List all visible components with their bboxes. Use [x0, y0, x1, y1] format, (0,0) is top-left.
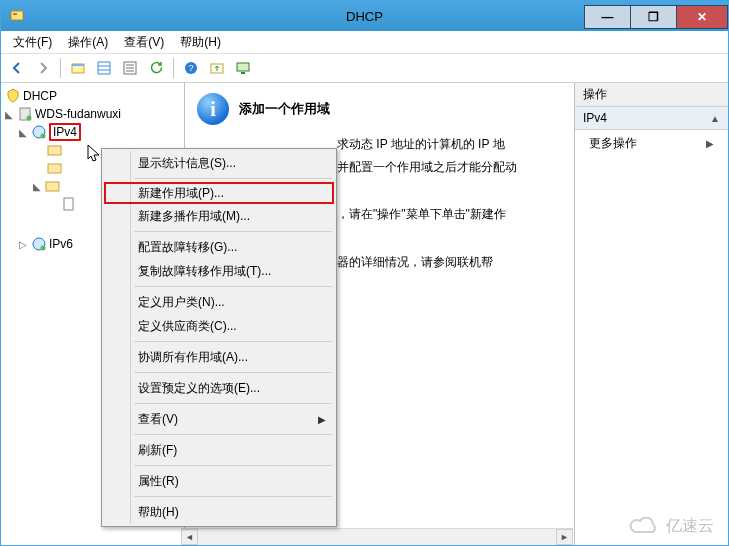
context-menu-item-refresh[interactable]: 刷新(F) — [104, 438, 334, 462]
minimize-button[interactable]: — — [584, 5, 631, 29]
dhcp-icon — [5, 88, 21, 104]
action-pane: 操作 IPv4 ▲ 更多操作 ▶ — [575, 83, 728, 546]
context-menu-item-label: 定义供应商类(C)... — [138, 318, 237, 335]
tree-root-label: DHCP — [23, 89, 57, 103]
svg-text:?: ? — [188, 63, 193, 73]
toolbar-separator — [173, 58, 174, 78]
svg-point-20 — [41, 246, 46, 251]
svg-rect-1 — [13, 13, 17, 15]
context-menu-item-label: 协调所有作用域(A)... — [138, 349, 248, 366]
folder-icon — [47, 160, 63, 176]
back-button[interactable] — [5, 56, 29, 80]
content-line: ，请在"操作"菜单下单击"新建作 — [337, 205, 562, 224]
svg-rect-9 — [237, 63, 249, 71]
context-menu-separator — [134, 465, 332, 466]
context-menu-item-new_mcast[interactable]: 新建多播作用域(M)... — [104, 204, 334, 228]
menu-action[interactable]: 操作(A) — [60, 32, 116, 53]
toolbar: ? — [1, 54, 728, 83]
ipv6-icon — [31, 236, 47, 252]
context-menu-item-rep_fail[interactable]: 复制故障转移作用域(T)... — [104, 259, 334, 283]
menu-help[interactable]: 帮助(H) — [172, 32, 229, 53]
content-title: 添加一个作用域 — [239, 100, 330, 118]
menu-file[interactable]: 文件(F) — [5, 32, 60, 53]
context-menu-item-label: 刷新(F) — [138, 442, 177, 459]
expand-icon[interactable]: ▷ — [17, 239, 29, 250]
context-menu-item-cfg_fail[interactable]: 配置故障转移(G)... — [104, 235, 334, 259]
content-line: 并配置一个作用域之后才能分配动 — [337, 158, 562, 177]
action-section-ipv4[interactable]: IPv4 ▲ — [575, 107, 728, 130]
watermark: 亿速云 — [628, 516, 714, 537]
export-button[interactable] — [205, 56, 229, 80]
tree-server[interactable]: ◣ WDS-fudanwuxi — [3, 105, 182, 123]
svg-rect-3 — [72, 64, 84, 66]
svg-rect-15 — [48, 146, 61, 155]
context-menu-item-reconcile[interactable]: 协调所有作用域(A)... — [104, 345, 334, 369]
action-more-label: 更多操作 — [589, 135, 637, 152]
horizontal-scrollbar[interactable]: ◄ ► — [181, 528, 573, 545]
context-menu-item-props[interactable]: 属性(R) — [104, 469, 334, 493]
refresh-button[interactable] — [144, 56, 168, 80]
cloud-icon — [628, 517, 662, 537]
svg-rect-4 — [98, 62, 110, 74]
scroll-track[interactable] — [198, 529, 556, 545]
context-menu-item-label: 配置故障转移(G)... — [138, 239, 237, 256]
tree-ipv4[interactable]: ◣ IPv4 — [3, 123, 182, 141]
context-menu-item-label: 新建作用域(P)... — [138, 185, 224, 202]
tree-server-label: WDS-fudanwuxi — [35, 107, 121, 121]
context-menu-item-label: 设置预定义的选项(E)... — [138, 380, 260, 397]
context-menu-separator — [134, 341, 332, 342]
details-button[interactable] — [118, 56, 142, 80]
toolbar-separator — [60, 58, 61, 78]
context-menu-item-stats[interactable]: 显示统计信息(S)... — [104, 151, 334, 175]
context-menu-item-view[interactable]: 查看(V)▶ — [104, 407, 334, 431]
collapse-icon[interactable]: ◣ — [31, 181, 43, 192]
context-menu-item-user_class[interactable]: 定义用户类(N)... — [104, 290, 334, 314]
context-menu-separator — [134, 403, 332, 404]
forward-button[interactable] — [31, 56, 55, 80]
window-controls: — ❐ ✕ — [585, 5, 728, 27]
tree-ipv4-label: IPv4 — [49, 123, 81, 141]
close-button[interactable]: ✕ — [676, 5, 728, 29]
action-more[interactable]: 更多操作 ▶ — [575, 130, 728, 157]
svg-rect-10 — [241, 72, 245, 74]
action-pane-header: 操作 — [575, 83, 728, 107]
collapse-icon[interactable]: ◣ — [3, 109, 15, 120]
context-menu-item-new_scope[interactable]: 新建作用域(P)... — [104, 182, 334, 204]
context-menu-item-vendor_class[interactable]: 定义供应商类(C)... — [104, 314, 334, 338]
scroll-right-button[interactable]: ► — [556, 529, 573, 545]
maximize-button[interactable]: ❐ — [630, 5, 677, 29]
context-menu-item-help[interactable]: 帮助(H) — [104, 500, 334, 524]
context-menu-separator — [134, 286, 332, 287]
content-line: 器的详细情况，请参阅联机帮 — [337, 253, 562, 272]
context-menu-item-label: 复制故障转移作用域(T)... — [138, 263, 271, 280]
server-icon — [17, 106, 33, 122]
chevron-up-icon: ▲ — [710, 113, 720, 124]
tree-root-dhcp[interactable]: DHCP — [3, 87, 182, 105]
svg-rect-0 — [11, 11, 23, 20]
context-menu-separator — [134, 434, 332, 435]
help-button[interactable]: ? — [179, 56, 203, 80]
info-icon: i — [197, 93, 229, 125]
svg-rect-16 — [48, 164, 61, 173]
monitor-button[interactable] — [231, 56, 255, 80]
context-menu-item-label: 定义用户类(N)... — [138, 294, 225, 311]
context-menu-item-label: 显示统计信息(S)... — [138, 155, 236, 172]
watermark-text: 亿速云 — [666, 516, 714, 537]
scroll-left-button[interactable]: ◄ — [181, 529, 198, 545]
context-menu-item-label: 帮助(H) — [138, 504, 179, 521]
context-menu-item-predef[interactable]: 设置预定义的选项(E)... — [104, 376, 334, 400]
app-window: DHCP — ❐ ✕ 文件(F) 操作(A) 查看(V) 帮助(H) ? — [0, 0, 729, 546]
collapse-icon[interactable]: ◣ — [17, 127, 29, 138]
action-section-label: IPv4 — [583, 111, 607, 125]
context-menu-separator — [134, 372, 332, 373]
context-menu-item-label: 属性(R) — [138, 473, 179, 490]
context-menu-separator — [134, 231, 332, 232]
submenu-arrow-icon: ▶ — [318, 414, 326, 425]
svg-rect-17 — [46, 182, 59, 191]
add-button[interactable] — [66, 56, 90, 80]
content-header: i 添加一个作用域 — [197, 93, 562, 125]
menu-view[interactable]: 查看(V) — [116, 32, 172, 53]
folder-icon — [47, 142, 63, 158]
list-button[interactable] — [92, 56, 116, 80]
svg-point-14 — [41, 134, 46, 139]
